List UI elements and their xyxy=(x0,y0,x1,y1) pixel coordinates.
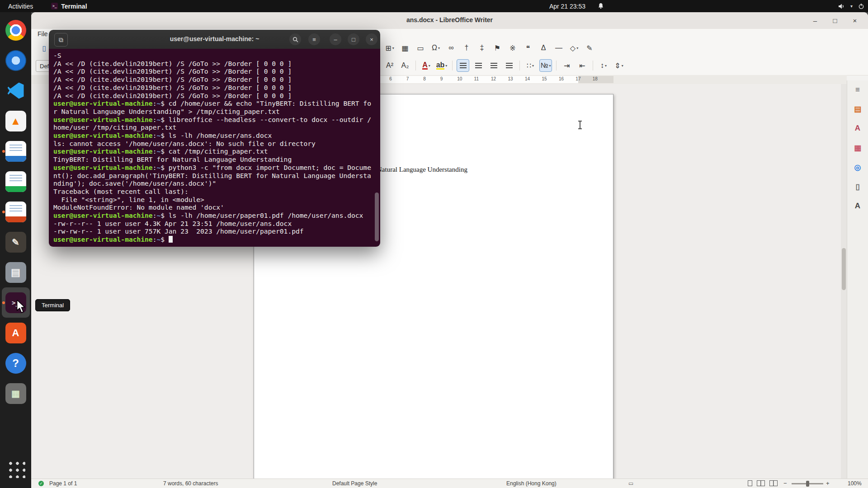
terminal-maximize-button[interactable]: □ xyxy=(348,33,359,45)
focused-app-label: Terminal xyxy=(61,3,87,10)
dock-item-browser[interactable] xyxy=(2,45,30,75)
insert-bookmark-button[interactable]: ⚑ xyxy=(491,42,504,54)
dropdown-arrow-icon[interactable]: ▾ xyxy=(622,64,623,68)
terminal-window: ⧉ user@user-virtual-machine: ~ ≡ – □ × -… xyxy=(49,30,380,247)
multi-page-view-button[interactable] xyxy=(757,480,765,486)
status-page-style[interactable]: Default Page Style xyxy=(332,480,377,487)
align-left-button[interactable] xyxy=(457,59,469,72)
subscript-button[interactable]: A₂ xyxy=(399,59,411,72)
superscript-icon: A² xyxy=(386,61,393,70)
dropdown-arrow-icon[interactable]: ▾ xyxy=(392,46,394,50)
zoom-slider[interactable] xyxy=(792,483,823,484)
notification-bell-icon[interactable] xyxy=(598,3,604,9)
dock-item-impress[interactable] xyxy=(2,197,30,227)
zoom-percentage[interactable]: 100% xyxy=(848,480,862,487)
terminal-line: ls: cannot access '/home/user/ans.docx':… xyxy=(53,140,377,148)
insert-hyperlink-button[interactable]: ∞ xyxy=(445,42,458,54)
terminal-output[interactable]: -S/A << /D (cite.devlin2019bert) /S /GoT… xyxy=(49,49,380,247)
increase-indent-button[interactable]: ⇥ xyxy=(561,59,573,72)
single-page-view-button[interactable] xyxy=(748,480,752,486)
dock-item-help[interactable]: ? xyxy=(2,348,30,378)
scrollbar-thumb[interactable] xyxy=(842,248,846,290)
dropdown-arrow-icon[interactable]: ▾ xyxy=(605,64,607,68)
terminal-menu-button[interactable]: ≡ xyxy=(308,33,320,45)
zoom-in-button[interactable]: + xyxy=(826,480,830,487)
terminal-search-button[interactable] xyxy=(289,33,301,45)
terminal-scrollbar-thumb[interactable] xyxy=(375,192,379,241)
line-spacing-icon: ↕ xyxy=(600,61,604,70)
menu-file[interactable]: File xyxy=(38,30,48,38)
dock-item-vlc[interactable]: ▲ xyxy=(2,106,30,136)
status-word-count[interactable]: 7 words, 60 characters xyxy=(163,480,218,487)
align-left-icon xyxy=(460,63,467,68)
paragraph-spacing-button[interactable]: ⇕▾ xyxy=(613,59,625,72)
insert-endnote-button[interactable]: ‡ xyxy=(476,42,488,54)
insert-image-button[interactable]: ▦ xyxy=(399,42,411,54)
insert-text-box-button[interactable]: ▭ xyxy=(414,42,427,54)
terminal-minimize-button[interactable]: – xyxy=(330,33,341,45)
sidebar-tab-navigator[interactable]: ◎ xyxy=(851,160,864,174)
track-changes-button[interactable]: Δ xyxy=(537,42,550,54)
status-language[interactable]: English (Hong Kong) xyxy=(506,480,557,487)
insert-table-button[interactable]: ⊞▾ xyxy=(383,42,396,54)
font-color-button[interactable]: A▾ xyxy=(420,59,433,72)
selection-mode-icon[interactable]: ▭ xyxy=(628,480,633,487)
dock-item-calc[interactable] xyxy=(2,166,30,197)
dock-item-writer[interactable] xyxy=(2,136,30,166)
show-draw-functions-button[interactable]: ✎ xyxy=(583,42,596,54)
status-page-count[interactable]: Page 1 of 1 xyxy=(49,480,77,487)
dropdown-arrow-icon[interactable]: ▾ xyxy=(429,64,430,68)
top-bar: Activities >_ Terminal Apr 21 23:53 ▾ xyxy=(0,0,868,12)
dock-item-files[interactable]: ▤ xyxy=(2,257,30,287)
ordered-list-button[interactable]: №▾ xyxy=(539,59,552,72)
unordered-list-button[interactable]: ∷▾ xyxy=(524,59,537,72)
line-spacing-button[interactable]: ↕▾ xyxy=(597,59,610,72)
basic-shapes-button[interactable]: ◇▾ xyxy=(568,42,580,54)
dropdown-arrow-icon[interactable]: ▾ xyxy=(549,64,551,68)
sidebar-settings-icon[interactable]: ≡ xyxy=(851,83,864,97)
decrease-indent-button[interactable]: ⇤ xyxy=(576,59,589,72)
sidebar-tab-style-inspector[interactable]: A xyxy=(851,199,864,213)
align-right-button[interactable] xyxy=(487,59,500,72)
activities-button[interactable]: Activities xyxy=(8,3,33,10)
drivers-icon: ▦ xyxy=(5,383,26,404)
sidebar-tab-gallery[interactable]: ▦ xyxy=(851,141,864,155)
dropdown-arrow-icon[interactable]: ▾ xyxy=(445,64,447,68)
zoom-slider-thumb[interactable] xyxy=(806,481,809,487)
superscript-button[interactable]: A² xyxy=(383,59,396,72)
dropdown-arrow-icon[interactable]: ▾ xyxy=(576,46,578,50)
highlighting-color-button[interactable]: ab▾ xyxy=(435,59,448,72)
book-view-button[interactable] xyxy=(769,480,778,486)
ruler-number: 11 xyxy=(474,76,479,81)
horizontal-line-button[interactable]: — xyxy=(552,42,565,54)
terminal-header-bar[interactable]: ⧉ user@user-virtual-machine: ~ ≡ – □ × xyxy=(49,30,380,49)
align-justify-button[interactable] xyxy=(503,59,515,72)
focused-app-menu[interactable]: >_ Terminal xyxy=(51,3,87,10)
terminal-close-button[interactable]: × xyxy=(366,33,377,45)
dock-item-chrome[interactable] xyxy=(2,15,30,45)
sidebar-tab-styles[interactable]: A xyxy=(851,122,864,135)
writer-title-bar[interactable]: ans.docx - LibreOffice Writer – □ × xyxy=(31,12,868,29)
writer-close-button[interactable]: × xyxy=(850,15,860,25)
sidebar-tab-properties[interactable]: ▤ xyxy=(851,102,864,116)
system-tray[interactable]: ▾ xyxy=(838,0,864,12)
zoom-out-button[interactable]: − xyxy=(783,480,787,487)
toolbar-separator xyxy=(519,61,520,70)
writer-maximize-button[interactable]: □ xyxy=(830,15,840,25)
align-center-button[interactable] xyxy=(472,59,485,72)
dock-item-software[interactable]: A xyxy=(2,318,30,348)
sidebar-tab-page[interactable]: ▯ xyxy=(851,180,864,193)
dropdown-arrow-icon[interactable]: ▾ xyxy=(438,46,440,50)
writer-minimize-button[interactable]: – xyxy=(810,15,820,25)
dock-item-gimp[interactable]: ✎ xyxy=(2,227,30,257)
document-vertical-scrollbar[interactable] xyxy=(841,84,847,479)
dropdown-arrow-icon[interactable]: ▾ xyxy=(532,64,534,68)
insert-comment-button[interactable]: ❝ xyxy=(522,42,534,54)
insert-footnote-button[interactable]: † xyxy=(460,42,473,54)
insert-cross-reference-button[interactable]: ※ xyxy=(506,42,519,54)
clock[interactable]: Apr 21 23:53 xyxy=(540,3,594,10)
dock-item-vscode[interactable] xyxy=(2,75,30,106)
insert-special-character-button[interactable]: Ω▾ xyxy=(429,42,442,54)
dock-item-appgrid[interactable] xyxy=(2,453,30,483)
dock-item-drivers[interactable]: ▦ xyxy=(2,378,30,408)
